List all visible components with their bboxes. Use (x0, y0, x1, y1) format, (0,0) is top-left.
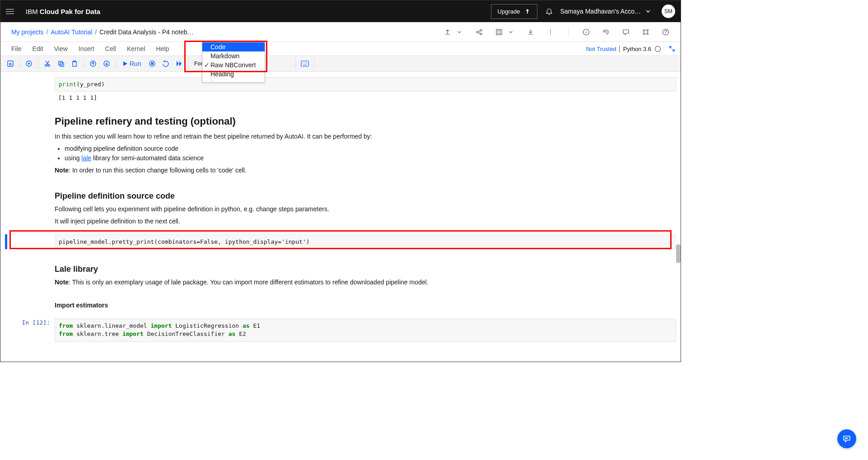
menu-cell[interactable]: Cell (100, 43, 121, 54)
avatar[interactable]: SM (662, 5, 675, 18)
raw-cell-selected[interactable]: pipeline_model.pretty_print(combinators=… (5, 234, 676, 249)
upgrade-icon (524, 8, 531, 14)
breadcrumb-sep: / (47, 28, 48, 36)
menu-view[interactable]: View (49, 43, 73, 54)
section-heading: Import estimators (55, 302, 676, 309)
svg-point-4 (550, 30, 551, 31)
dropdown-option-raw[interactable]: Raw NBConvert (202, 60, 265, 70)
svg-point-14 (9, 63, 11, 65)
dropdown-option-code[interactable]: Code (202, 42, 265, 51)
scrollbar-thumb[interactable] (676, 244, 681, 263)
copy-button[interactable] (55, 57, 67, 70)
kernel-indicator-icon (655, 46, 661, 52)
svg-point-5 (550, 32, 551, 33)
markdown-cell[interactable]: Pipeline definition source code Followin… (5, 183, 676, 234)
share-icon[interactable] (475, 28, 483, 36)
breadcrumb-my-projects[interactable]: My projects (11, 28, 44, 36)
paste-button[interactable] (68, 57, 81, 70)
code-input[interactable]: from sklearn.linear_model import Logisti… (55, 319, 676, 341)
section-heading: Pipeline definition source code (55, 191, 676, 201)
svg-rect-18 (59, 61, 62, 65)
section-heading: Lale library (55, 265, 676, 274)
account-name: Samaya Madhavan's Acco… (560, 8, 641, 15)
kernel-name[interactable]: Python 3.6 (619, 46, 651, 52)
breadcrumb-row: My projects / AutoAI Tutorial / Credit D… (0, 22, 681, 42)
cut-button[interactable] (41, 57, 54, 70)
history-icon[interactable] (602, 28, 610, 36)
toolbar: Run Format (0, 56, 681, 72)
svg-point-2 (480, 33, 482, 35)
publish-icon[interactable] (443, 28, 452, 36)
code-input[interactable]: print(y_pred) (55, 77, 676, 92)
restart-button[interactable] (159, 57, 172, 70)
keyboard-icon[interactable] (299, 57, 311, 70)
cell-prompt (5, 75, 55, 106)
run-button[interactable]: Run (119, 60, 145, 67)
comment-icon[interactable] (622, 28, 630, 36)
breadcrumb-sep: / (95, 28, 97, 36)
code-output: [1 1 1 1 1] (55, 92, 676, 104)
menu-bar: File Edit View Insert Cell Kernel Help N… (0, 42, 681, 56)
svg-point-6 (550, 33, 551, 34)
info-icon[interactable] (582, 28, 590, 36)
dropdown-option-heading[interactable]: Heading (202, 70, 265, 79)
svg-rect-19 (60, 63, 64, 66)
menu-help[interactable]: Help (150, 43, 174, 54)
breadcrumb-autoai[interactable]: AutoAI Tutorial (51, 28, 92, 36)
notebook-area[interactable]: print(y_pred) [1 1 1 1 1] Pipeline refin… (0, 72, 681, 362)
lale-link[interactable]: lale (81, 154, 91, 162)
help-icon[interactable] (662, 28, 670, 36)
svg-point-11 (647, 33, 649, 34)
svg-rect-13 (8, 61, 13, 66)
breadcrumb-current: Credit Data Analysis - P4 noteb… (99, 28, 194, 36)
dropdown-divider: - (202, 79, 265, 82)
list-item: using lale library for semi-automated da… (65, 153, 676, 163)
svg-rect-25 (151, 63, 153, 65)
account-menu[interactable]: Samaya Madhavan's Acco… (560, 8, 651, 15)
chevron-down-icon[interactable] (455, 28, 463, 36)
svg-rect-26 (301, 61, 308, 66)
upgrade-button[interactable]: Upgrade (491, 4, 538, 19)
paragraph: It will inject pipeline definition to th… (55, 217, 676, 226)
menu-insert[interactable]: Insert (73, 43, 100, 54)
restart-run-all-button[interactable] (173, 57, 186, 70)
raw-cell-content[interactable]: pipeline_model.pretty_print(combinators=… (55, 234, 676, 249)
stop-button[interactable] (146, 57, 159, 70)
trust-status[interactable]: Not Trusted (586, 46, 616, 52)
markdown-cell[interactable]: Import estimators (5, 295, 676, 317)
paragraph: In this section you will learn how to re… (55, 132, 676, 141)
markdown-cell[interactable]: Pipeline refinery and testing (optional)… (5, 106, 676, 183)
save-button[interactable] (4, 57, 17, 70)
move-down-button[interactable] (100, 57, 113, 70)
chevron-down-icon (645, 9, 651, 14)
paragraph: Note: In order to run this section chang… (55, 166, 676, 175)
maximize-icon[interactable] (669, 46, 675, 52)
markdown-cell[interactable]: Lale library Note: This is only an exemp… (5, 256, 676, 295)
download-icon[interactable] (527, 28, 535, 36)
menu-kernel[interactable]: Kernel (121, 43, 150, 54)
svg-point-9 (647, 29, 649, 31)
list-item: modifying pipeline definition source cod… (65, 144, 676, 153)
chevron-down-icon[interactable] (507, 28, 515, 36)
dropdown-option-markdown[interactable]: Markdown (202, 51, 265, 60)
svg-point-10 (644, 33, 645, 34)
kebab-icon[interactable] (546, 28, 555, 36)
svg-point-0 (476, 31, 478, 33)
data-icon[interactable] (642, 28, 650, 36)
svg-rect-3 (496, 29, 502, 35)
cell-type-dropdown[interactable]: Code Markdown Raw NBConvert Heading - (202, 42, 265, 83)
add-cell-button[interactable] (23, 57, 35, 70)
notifications-icon[interactable] (545, 7, 554, 16)
menu-edit[interactable]: Edit (27, 43, 49, 54)
brand: IBM Cloud Pak for Data (26, 8, 100, 15)
save-version-icon[interactable] (495, 28, 503, 36)
menu-icon[interactable] (6, 6, 17, 17)
move-up-button[interactable] (87, 57, 99, 70)
code-cell[interactable]: print(y_pred) [1 1 1 1 1] (5, 75, 676, 106)
paragraph: Following cell lets you experiment with … (55, 204, 676, 214)
code-cell[interactable]: In [12]: from sklearn.linear_model impor… (5, 317, 676, 343)
menu-file[interactable]: File (6, 43, 27, 54)
svg-point-8 (644, 29, 645, 31)
paragraph: Note: This is only an exemplary usage of… (55, 278, 676, 287)
svg-point-16 (45, 65, 47, 66)
